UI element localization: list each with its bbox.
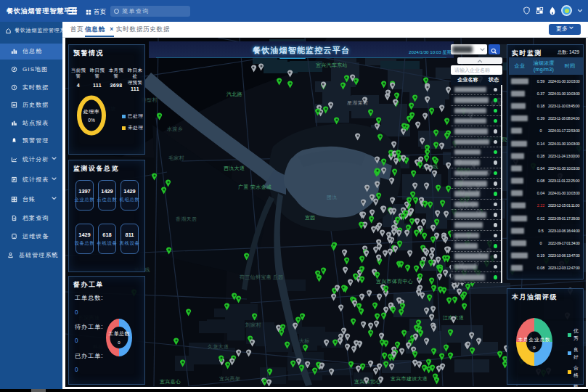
svg-text:宜园: 宜园 [305,215,316,221]
svg-text:大标: 大标 [299,338,310,344]
svg-text:汽北路: 汽北路 [226,91,242,97]
svg-text:广置 荣水金城: 广置 荣水金城 [238,184,271,189]
svg-text:0: 0 [118,340,121,345]
svg-text:刘家村: 刘家村 [245,322,261,328]
svg-text:宜兴嘉心: 宜兴嘉心 [160,379,181,385]
svg-text:西氿大道: 西氿大道 [224,166,245,171]
svg-text:毛家村: 毛家村 [168,155,184,161]
svg-text:宜兴高架: 宜兴高架 [219,376,240,382]
svg-text:香湖天居: 香湖天居 [176,216,197,222]
svg-text:宜兴市建设大道: 宜兴市建设大道 [391,375,428,382]
svg-text:水渡乡: 水渡乡 [167,126,183,132]
svg-text:0%: 0% [88,118,95,123]
svg-text:久龙大道: 久龙大道 [208,344,229,349]
svg-text:本月企业总数: 本月企业总数 [518,337,551,343]
svg-text:宜兴汽车东站: 宜兴汽车东站 [316,62,348,68]
svg-text:团氿: 团氿 [327,195,338,200]
svg-text:荷三仙鲜宝斋 丘园: 荷三仙鲜宝斋 丘园 [240,274,284,280]
svg-text:处理率: 处理率 [83,109,100,115]
svg-text:工单总数: 工单总数 [108,331,130,336]
svg-text:0: 0 [533,346,536,350]
svg-text:宜兴市体育中心: 宜兴市体育中心 [376,278,413,285]
